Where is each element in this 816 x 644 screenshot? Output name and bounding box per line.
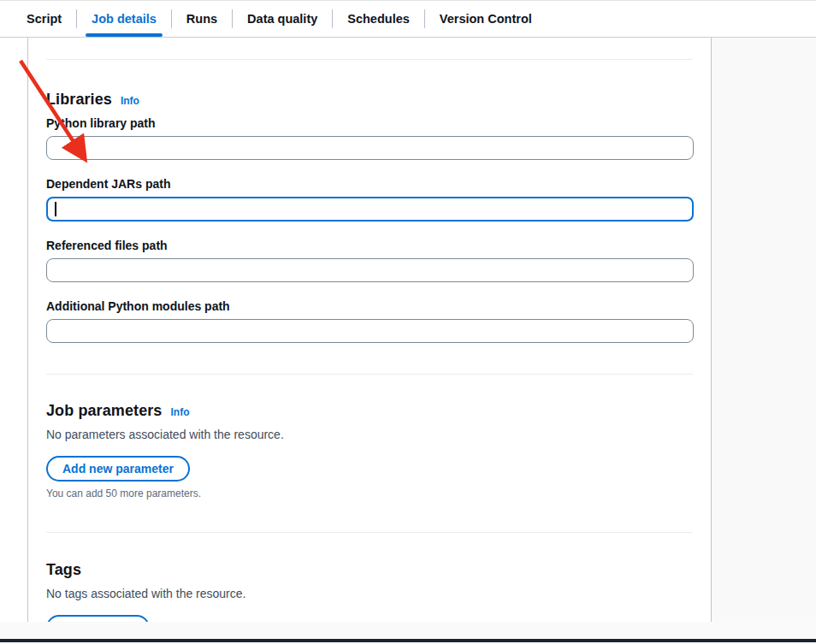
dependent-jars-path-input[interactable] [46, 197, 694, 222]
footer-strip [0, 622, 816, 639]
tags-empty-text: No tags associated with the resource. [46, 587, 693, 600]
tab-runs[interactable]: Runs [172, 1, 232, 37]
window-bottom-bar [0, 639, 816, 642]
job-details-panel: Libraries Info Python library path Depen… [27, 38, 710, 622]
python-library-path-input[interactable] [46, 136, 694, 160]
referenced-files-path-input[interactable] [46, 258, 694, 282]
job-parameters-section: Job parameters Info No parameters associ… [46, 402, 693, 499]
job-parameters-info-link[interactable]: Info [170, 406, 189, 418]
additional-python-modules-path-input[interactable] [46, 319, 694, 343]
referenced-files-path-label: Referenced files path [46, 239, 693, 252]
tab-job-details[interactable]: Job details [77, 1, 171, 37]
section-divider [46, 374, 693, 375]
page-right-gutter [711, 38, 816, 622]
tab-script[interactable]: Script [12, 1, 76, 37]
tab-data-quality[interactable]: Data quality [233, 1, 332, 37]
job-tabs: Script Job details Runs Data quality Sch… [0, 1, 816, 38]
section-divider [46, 59, 693, 60]
tab-schedules[interactable]: Schedules [333, 1, 424, 37]
tags-section: Tags No tags associated with the resourc… [46, 561, 693, 622]
dependent-jars-path-label: Dependent JARs path [46, 177, 693, 191]
libraries-info-link[interactable]: Info [121, 95, 139, 107]
add-new-parameter-button[interactable]: Add new parameter [46, 456, 190, 482]
additional-python-modules-path-label: Additional Python modules path [46, 299, 693, 313]
libraries-section: Libraries Info Python library path Depen… [46, 91, 693, 343]
job-parameters-empty-text: No parameters associated with the resour… [46, 428, 693, 441]
python-library-path-label: Python library path [46, 116, 693, 130]
section-divider [46, 532, 693, 533]
job-parameters-heading: Job parameters [46, 402, 162, 420]
tab-version-control[interactable]: Version Control [425, 1, 547, 37]
add-new-tag-button[interactable]: Add new tag [46, 615, 150, 622]
job-parameters-helper-text: You can add 50 more parameters. [46, 487, 693, 499]
glue-job-details-page: Script Job details Runs Data quality Sch… [0, 0, 816, 644]
libraries-heading: Libraries [46, 91, 112, 109]
tags-heading: Tags [46, 561, 81, 579]
text-cursor [55, 202, 56, 216]
